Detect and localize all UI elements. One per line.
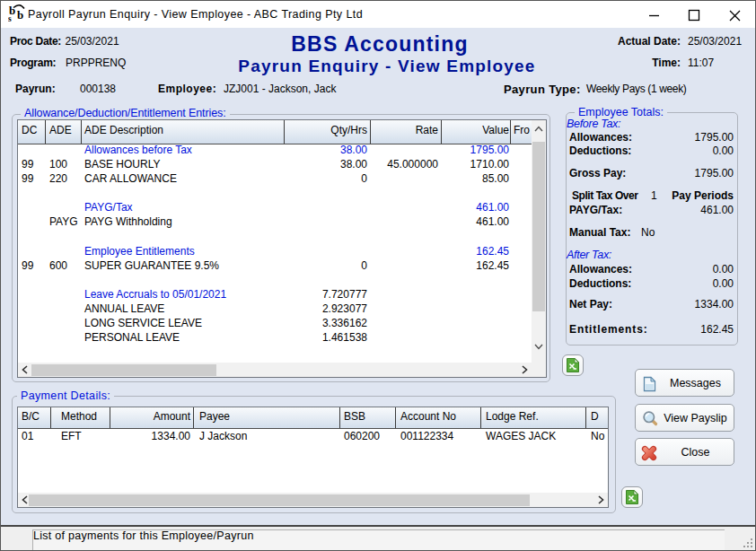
svg-text:b: b [17, 8, 23, 22]
svg-text:s: s [8, 14, 12, 22]
